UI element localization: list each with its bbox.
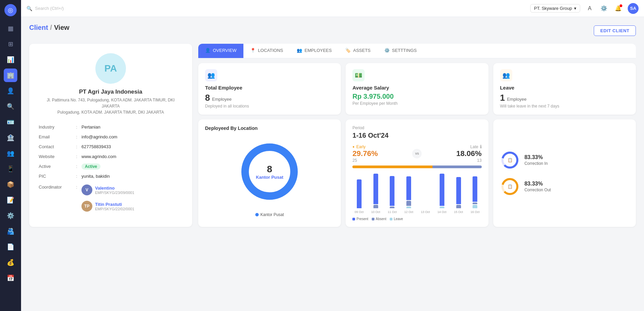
early-count: 25 xyxy=(352,158,378,163)
building-icon: 🏦 xyxy=(7,134,14,141)
progress-late xyxy=(433,166,482,168)
donut-center-label: Kantor Pusat xyxy=(256,175,283,180)
progress-early xyxy=(352,166,433,168)
tab-locations-label: LOCATIONS xyxy=(258,48,283,53)
coordinator-avatar-titin: TP xyxy=(81,201,92,212)
legend-dot-leave xyxy=(390,218,392,220)
sidebar-item-grid[interactable]: ⊞ xyxy=(4,37,17,51)
money-icon: 💰 xyxy=(7,259,14,266)
tab-locations[interactable]: 📍 LOCATIONS xyxy=(243,44,290,58)
bar-absent xyxy=(406,201,411,206)
bottom-row: Deployeed By Location 8 Kantor Pusat xyxy=(198,119,636,227)
sidebar: ◎ ▦ ⊞ 📊 🏢 👤 🔍 🪪 🏦 👥 📱 📦 📝 ⚙️ 🫂 📄 xyxy=(0,0,21,311)
ring-out-svg: 📋 xyxy=(500,177,520,196)
detail-industry: Industry : Pertanian xyxy=(37,122,184,132)
edit-client-button[interactable]: EDIT CLIENT xyxy=(594,25,636,36)
coordinator-name-titin: Titin Prastuti xyxy=(95,202,134,207)
svg-text:📋: 📋 xyxy=(507,157,512,162)
content-grid: PA PT Agri Jaya Indonesia Jl. Pattimura … xyxy=(29,44,636,227)
sidebar-item-client[interactable]: 🏢 xyxy=(4,69,17,82)
bar-group: 15 Oct xyxy=(452,177,465,214)
page-content: Client / View EDIT CLIENT PA PT Agri Jay… xyxy=(21,17,644,311)
overview-icon: 👤 xyxy=(205,48,210,53)
detail-coordinator: Coordinator : V Valentino xyxy=(37,181,184,214)
sidebar-item-idcard[interactable]: 🪪 xyxy=(4,115,17,129)
bar-date-label: 12 Oct xyxy=(404,210,413,214)
total-employee-title: Total Employee xyxy=(205,85,334,91)
attendance-row: ● Early 29.76% 25 vs Late ℹ xyxy=(352,144,481,163)
sidebar-item-tablet[interactable]: 📱 xyxy=(4,162,17,176)
breadcrumb-client-link[interactable]: Client xyxy=(29,24,48,32)
client-icon: 🏢 xyxy=(7,72,14,79)
ring-out-wrapper: 📋 xyxy=(500,177,520,196)
sidebar-item-calendar[interactable]: 📅 xyxy=(4,271,17,285)
bar-present xyxy=(440,174,444,206)
coordinator-titin: TP Titin Prastuti EMP/SKYG/22/02/0001 xyxy=(81,201,134,212)
company-select[interactable]: PT. Skyware Group ▾ xyxy=(530,4,580,13)
svg-text:📋: 📋 xyxy=(507,184,512,189)
late-label: Late ℹ xyxy=(456,144,482,149)
settings-topbar-icon[interactable]: ⚙️ xyxy=(599,4,609,13)
coordinator-name-valentino: Valentino xyxy=(95,186,134,191)
total-employee-unit: Employee xyxy=(212,97,232,102)
tab-employees-label: EMPLOYEES xyxy=(305,48,332,53)
detail-contact: Contact : 627758839433 xyxy=(37,142,184,152)
app-logo[interactable]: ◎ xyxy=(4,4,17,16)
correction-in: 📋 83.33% Correction In xyxy=(500,150,629,170)
bar-leave xyxy=(473,205,477,208)
tab-employees[interactable]: 👥 EMPLOYEES xyxy=(290,44,338,58)
leave-value: 1 xyxy=(500,93,505,103)
sidebar-item-doc[interactable]: 📄 xyxy=(4,240,17,254)
total-employee-sub: Deployed in all locations xyxy=(205,104,334,109)
coordinator-avatar-valentino: V xyxy=(81,184,92,195)
leave-sub: Will take leave in the next 7 days xyxy=(500,104,629,109)
doc-icon: 📄 xyxy=(7,243,14,251)
sidebar-item-money[interactable]: 💰 xyxy=(4,256,17,269)
correction-card: 📋 83.33% Correction In xyxy=(493,119,636,227)
stat-leave: 👥 Leave 1 Employee Will take leave in th… xyxy=(493,63,636,115)
sidebar-item-people[interactable]: 👤 xyxy=(4,84,17,98)
location-card: Deployeed By Location 8 Kantor Pusat xyxy=(198,119,341,227)
donut-legend: Kantor Pusat xyxy=(255,212,284,217)
sidebar-item-note[interactable]: 📝 xyxy=(4,193,17,207)
tablet-icon: 📱 xyxy=(7,165,14,173)
tab-assets[interactable]: 🏷️ ASSETS xyxy=(338,44,377,58)
tab-settings-label: SETTTINGS xyxy=(392,48,417,53)
average-salary-value: Rp 3.975.000 xyxy=(352,93,481,100)
user-avatar[interactable]: SA xyxy=(628,3,639,14)
total-employee-value: 8 xyxy=(205,93,210,103)
period-value: 1-16 Oct'24 xyxy=(352,132,481,139)
search-bar[interactable]: 🔍 Search (Ctrl+/) xyxy=(26,6,526,11)
sidebar-item-group[interactable]: 👥 xyxy=(4,147,17,160)
late-count: 13 xyxy=(456,158,482,163)
sidebar-item-team2[interactable]: 🫂 xyxy=(4,225,17,238)
breadcrumb-current: View xyxy=(54,24,69,32)
legend-label: Kantor Pusat xyxy=(260,212,284,217)
legend-absent: Absent xyxy=(372,217,386,221)
late-pct: 18.06% xyxy=(456,149,482,158)
settings-icon: ⚙️ xyxy=(7,212,14,219)
bar-group: 13 Oct xyxy=(419,209,432,214)
chart-icon: 📊 xyxy=(7,56,14,63)
bar-legend: Present Absent Leave xyxy=(352,217,481,221)
sidebar-item-settings[interactable]: ⚙️ xyxy=(4,209,17,222)
idcard-icon: 🪪 xyxy=(7,118,14,126)
notification-icon[interactable]: 🔔 xyxy=(613,4,623,13)
settings-tab-icon: ⚙️ xyxy=(384,48,390,53)
sidebar-item-dashboard[interactable]: ▦ xyxy=(4,22,17,35)
sidebar-item-chart[interactable]: 📊 xyxy=(4,53,17,66)
client-address: Jl. Pattimura No. 743, Pulogadung, KOTA … xyxy=(37,97,184,115)
chevron-down-icon: ▾ xyxy=(574,6,576,11)
sidebar-item-building[interactable]: 🏦 xyxy=(4,131,17,144)
stat-average-salary: 💵 Average Salary Rp 3.975.000 Per Employ… xyxy=(346,63,488,115)
tab-overview[interactable]: 👤 OVERVIEW xyxy=(198,44,243,58)
dashboard-icon: ▦ xyxy=(8,25,14,32)
tab-settings[interactable]: ⚙️ SETTTINGS xyxy=(378,44,424,58)
sidebar-item-box[interactable]: 📦 xyxy=(4,178,17,191)
sidebar-item-search[interactable]: 🔍 xyxy=(4,100,17,113)
correction-out-label: Correction Out xyxy=(525,188,551,192)
detail-pic: PIC : yunita, bakidin xyxy=(37,171,184,181)
translate-icon[interactable]: A xyxy=(585,4,594,13)
people-icon: 👤 xyxy=(7,87,14,95)
bar-present xyxy=(357,179,362,208)
